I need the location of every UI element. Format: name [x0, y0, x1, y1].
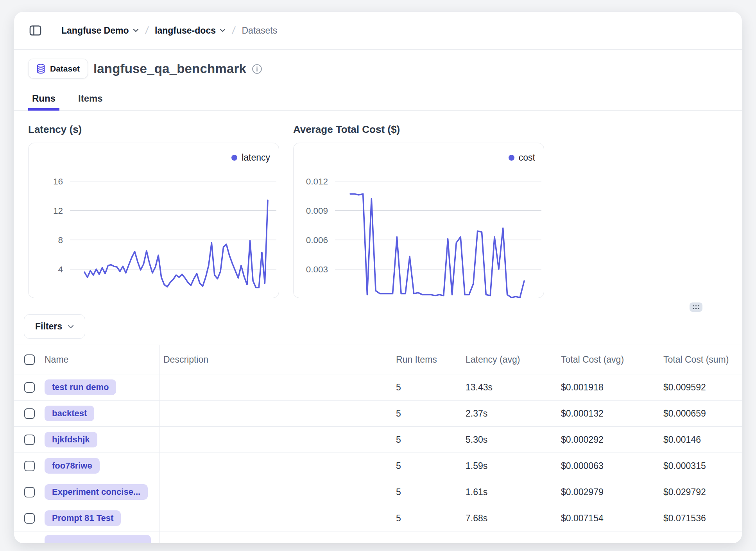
dataset-header: Dataset langfuse_qa_benchmark — [14, 50, 742, 91]
top-bar: Langfuse Demo / langfuse-docs / Datasets — [14, 12, 742, 50]
table-row[interactable]: foo78riwe 5 1.59s $0.000063 $0.000315 — [14, 453, 742, 479]
cost-line-chart: 0.0120.0090.0060.003 — [294, 143, 544, 298]
filters-button[interactable]: Filters — [24, 314, 85, 339]
cost-chart-block: Average Total Cost ($) 0.0120.0090.0060.… — [293, 123, 544, 298]
charts-section: Latency (s) 161284 latency Average Total… — [14, 111, 742, 298]
run-items-cell: 5 — [392, 427, 462, 453]
svg-text:0.003: 0.003 — [306, 265, 328, 274]
run-items-cell: 5 — [392, 453, 462, 479]
total-cost-avg-cell: $0.000292 — [557, 427, 659, 453]
svg-text:4: 4 — [58, 265, 63, 274]
run-name-pill[interactable]: test run demo — [45, 379, 116, 395]
breadcrumb-project[interactable]: langfuse-docs — [155, 25, 226, 36]
run-name-pill[interactable]: hjkfdshjk — [45, 432, 97, 447]
cost-chart-title: Average Total Cost ($) — [293, 123, 544, 135]
chevron-down-icon — [133, 29, 139, 32]
description-cell — [160, 427, 392, 453]
latency-avg-cell: 5.30s — [462, 427, 557, 453]
run-name-pill[interactable]: Prompt 81 Test — [45, 510, 121, 526]
description-cell — [160, 505, 392, 531]
cost-legend: cost — [509, 152, 535, 163]
latency-avg-cell: 1.59s — [462, 453, 557, 479]
row-checkbox[interactable] — [24, 461, 35, 471]
row-checkbox[interactable] — [24, 435, 35, 445]
chevron-down-icon — [220, 29, 226, 32]
svg-text:0.009: 0.009 — [306, 206, 328, 216]
total-cost-avg-cell: $0.007154 — [557, 505, 659, 531]
run-name-pill — [45, 535, 151, 543]
run-items-cell: 5 — [392, 479, 462, 505]
table-row-partial[interactable] — [14, 531, 742, 543]
latency-chart-block: Latency (s) 161284 latency — [28, 123, 279, 298]
header-description: Description — [160, 345, 392, 374]
latency-chart: 161284 latency — [28, 143, 279, 298]
legend-dot — [509, 155, 514, 161]
legend-label: latency — [242, 152, 270, 163]
row-checkbox[interactable] — [24, 382, 35, 393]
select-all-checkbox[interactable] — [24, 354, 35, 365]
breadcrumb: Langfuse Demo / langfuse-docs / Datasets — [61, 25, 277, 37]
tab-runs[interactable]: Runs — [28, 91, 59, 111]
total-cost-sum-cell: $0.071536 — [659, 505, 742, 531]
table-row[interactable]: backtest 5 2.37s $0.000132 $0.000659 — [14, 401, 742, 427]
run-name-pill[interactable]: foo78riwe — [45, 458, 100, 474]
table-row[interactable]: Prompt 81 Test 5 7.68s $0.007154 $0.0715… — [14, 505, 742, 531]
run-name-pill[interactable]: backtest — [45, 406, 94, 421]
app-window: Langfuse Demo / langfuse-docs / Datasets — [14, 12, 742, 543]
header-name: Name — [45, 345, 160, 374]
svg-text:12: 12 — [53, 206, 63, 216]
table-row[interactable]: Experiment concise... 5 1.61s $0.002979 … — [14, 479, 742, 505]
table-row[interactable]: hjkfdshjk 5 5.30s $0.000292 $0.00146 — [14, 427, 742, 453]
total-cost-avg-cell: $0.002979 — [557, 479, 659, 505]
latency-avg-cell: 2.37s — [462, 401, 557, 426]
run-items-cell: 5 — [392, 374, 462, 400]
tab-bar: Runs Items — [14, 91, 742, 111]
breadcrumb-org[interactable]: Langfuse Demo — [61, 25, 139, 36]
header-total-cost-avg: Total Cost (avg) — [557, 345, 659, 374]
description-cell — [160, 401, 392, 426]
run-items-cell: 5 — [392, 505, 462, 531]
cost-chart: 0.0120.0090.0060.003 cost — [293, 143, 544, 298]
dataset-badge: Dataset — [28, 59, 88, 79]
svg-text:0.012: 0.012 — [306, 177, 328, 186]
section-divider — [14, 307, 742, 307]
total-cost-avg-cell: $0.001918 — [557, 374, 659, 400]
svg-text:16: 16 — [53, 177, 63, 186]
total-cost-sum-cell: $0.029792 — [659, 479, 742, 505]
total-cost-sum-cell: $0.000659 — [659, 401, 742, 426]
dataset-badge-label: Dataset — [50, 64, 80, 73]
select-all-cell — [14, 345, 45, 374]
total-cost-avg-cell: $0.000132 — [557, 401, 659, 426]
total-cost-sum-cell: $0.000315 — [659, 453, 742, 479]
legend-label: cost — [519, 152, 535, 163]
row-checkbox[interactable] — [24, 513, 35, 524]
info-icon[interactable] — [252, 64, 262, 74]
breadcrumb-page[interactable]: Datasets — [242, 25, 277, 36]
latency-chart-title: Latency (s) — [28, 123, 279, 135]
chevron-down-icon — [68, 325, 74, 329]
breadcrumb-separator: / — [144, 25, 149, 37]
row-checkbox[interactable] — [24, 487, 35, 497]
page-title: langfuse_qa_benchmark — [93, 59, 246, 79]
panel-left-icon — [29, 25, 41, 36]
description-cell — [160, 479, 392, 505]
filters-button-label: Filters — [35, 321, 62, 332]
grip-dots-icon — [693, 305, 700, 309]
row-checkbox[interactable] — [24, 408, 35, 419]
svg-text:0.006: 0.006 — [306, 235, 328, 245]
latency-avg-cell: 7.68s — [462, 505, 557, 531]
latency-avg-cell: 13.43s — [462, 374, 557, 400]
table-row[interactable]: test run demo 5 13.43s $0.001918 $0.0095… — [14, 374, 742, 401]
description-cell — [160, 453, 392, 479]
runs-table: Name Description Run Items Latency (avg)… — [14, 345, 742, 543]
drag-handle[interactable] — [690, 302, 702, 312]
table-header-row: Name Description Run Items Latency (avg)… — [14, 345, 742, 374]
run-name-pill[interactable]: Experiment concise... — [45, 484, 148, 500]
header-total-cost-sum: Total Cost (sum) — [659, 345, 742, 374]
database-icon — [36, 64, 45, 74]
description-cell — [160, 374, 392, 400]
total-cost-sum-cell: $0.00146 — [659, 427, 742, 453]
run-items-cell: 5 — [392, 401, 462, 426]
tab-items[interactable]: Items — [74, 91, 107, 111]
sidebar-toggle-button[interactable] — [29, 23, 46, 38]
